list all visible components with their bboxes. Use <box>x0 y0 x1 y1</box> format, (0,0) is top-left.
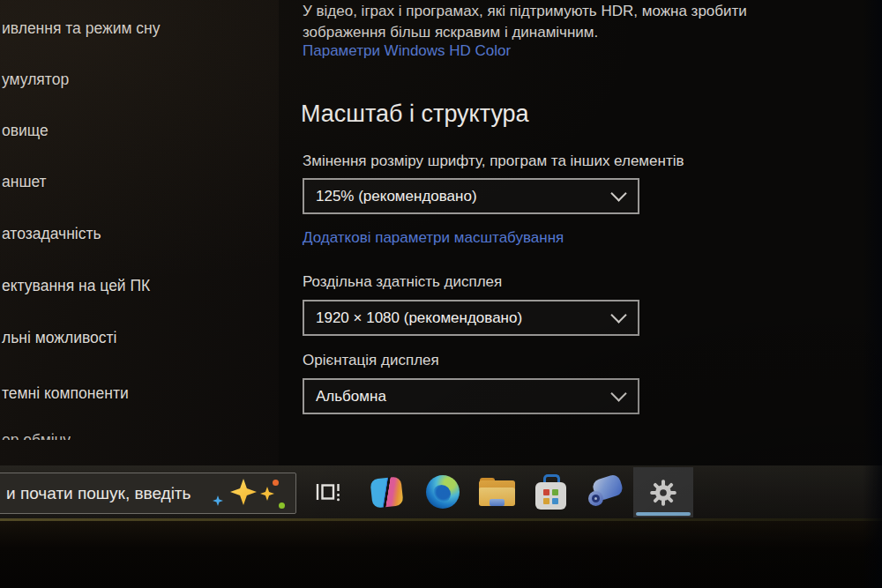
scaling-dropdown[interactable]: 125% (рекомендовано) <box>303 178 639 214</box>
sparkle-star-icon <box>230 479 257 505</box>
search-placeholder: и почати пошук, введіть <box>0 484 191 503</box>
orientation-label: Орієнтація дисплея <box>303 352 439 369</box>
edge-button[interactable] <box>422 471 464 513</box>
scale-layout-heading: Масштаб і структура <box>301 100 529 128</box>
sidebar-item-system-components[interactable]: темні компоненти <box>2 384 129 403</box>
task-view-icon <box>313 477 343 507</box>
resolution-label: Роздільна здатність дисплея <box>303 273 502 291</box>
scaling-dropdown-value: 125% (рекомендовано) <box>316 188 477 205</box>
orientation-dropdown-value: Альбомна <box>316 388 386 406</box>
sidebar-item-battery[interactable]: умулятор <box>2 71 69 89</box>
file-explorer-icon <box>479 478 515 507</box>
sidebar-item-multitasking[interactable]: атозадачність <box>2 225 101 243</box>
orientation-dropdown[interactable]: Альбомна <box>303 378 639 414</box>
search-highlights-icon <box>209 473 287 513</box>
advanced-scaling-link[interactable]: Додаткові параметри масштабування <box>303 229 564 247</box>
sidebar-item-shared-experiences[interactable]: льні можливості <box>2 329 117 347</box>
settings-window: ивлення та режим сну умулятор овище анше… <box>0 0 882 521</box>
sparkle-dot-icon <box>273 480 279 486</box>
resolution-dropdown-value: 1920 × 1080 (рекомендовано) <box>316 309 522 327</box>
sidebar-item-power-sleep[interactable]: ивлення та режим сну <box>2 19 161 38</box>
sparkle-star-icon <box>213 495 223 506</box>
hdr-description: У відео, іграх і програмах, які підтриму… <box>303 1 796 42</box>
chevron-down-icon <box>610 185 626 201</box>
settings-sidebar: ивлення та режим сну умулятор овище анше… <box>0 0 279 465</box>
hdr-description-line1: У відео, іграх і програмах, які підтриму… <box>303 1 796 22</box>
sparkle-dot-icon <box>279 502 285 509</box>
media-app-button[interactable] <box>585 471 627 513</box>
microsoft-store-icon <box>535 474 566 510</box>
hdr-description-line2: зображення більш яскравим і динамічним. <box>303 22 796 43</box>
copilot-button[interactable] <box>365 471 407 513</box>
search-input[interactable]: и почати пошук, введіть <box>0 473 296 514</box>
sidebar-item-projecting-to-pc[interactable]: ектування на цей ПК <box>2 277 150 295</box>
windows-hd-color-link[interactable]: Параметри Windows HD Color <box>303 42 511 60</box>
chevron-down-icon <box>610 307 626 323</box>
edge-icon <box>426 475 460 509</box>
scaling-label: Змінення розміру шрифту, програм та інши… <box>303 153 684 170</box>
media-app-icon <box>587 473 624 510</box>
microsoft-store-button[interactable] <box>529 471 572 513</box>
copilot-icon <box>370 476 403 508</box>
laptop-bezel <box>0 521 882 588</box>
resolution-dropdown[interactable]: 1920 × 1080 (рекомендовано) <box>303 300 639 336</box>
file-explorer-button[interactable] <box>475 471 518 513</box>
settings-active-indicator <box>636 512 691 516</box>
chevron-down-icon <box>610 385 626 401</box>
task-view-button[interactable] <box>307 471 349 513</box>
sidebar-item-clipboard[interactable]: ер обміну <box>2 431 71 450</box>
settings-button[interactable] <box>633 467 693 517</box>
settings-gear-icon <box>648 478 678 508</box>
sidebar-item-tablet[interactable]: аншет <box>2 173 47 191</box>
sparkle-star-icon <box>260 487 274 501</box>
sidebar-item-storage[interactable]: овище <box>2 122 49 140</box>
